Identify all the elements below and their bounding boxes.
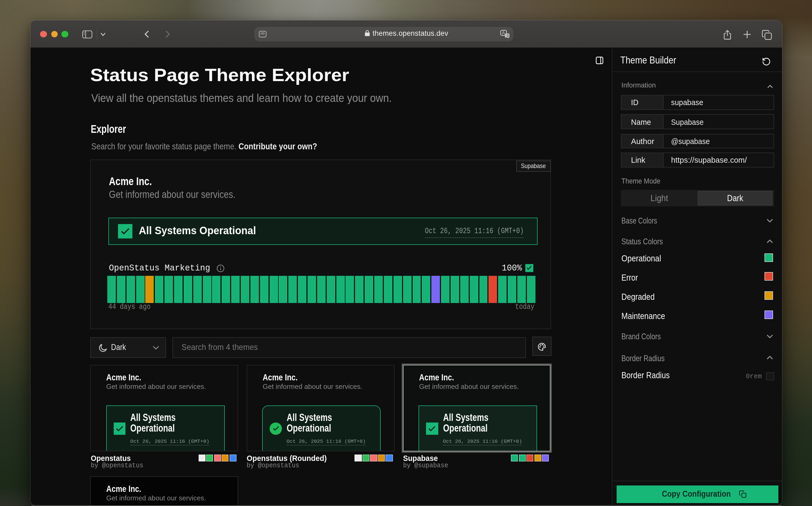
- svg-text:A: A: [502, 30, 505, 35]
- svg-text:文: 文: [506, 33, 510, 37]
